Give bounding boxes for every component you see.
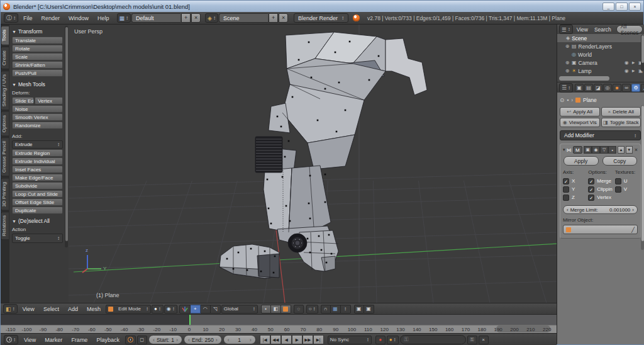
screen-layout-browse[interactable]: ▦ ↕ — [117, 13, 131, 23]
tab-constraints-icon[interactable]: ∞ — [622, 84, 631, 92]
clippin-checkbox[interactable]: ✓ — [588, 186, 594, 193]
vertex-select-mode-button[interactable]: ▪ — [261, 305, 271, 314]
title-bar[interactable]: Blender* [C:\Users\Crimmson\Desktop\mech… — [1, 1, 643, 12]
vertex-checkbox[interactable]: ✓ — [588, 195, 594, 201]
decrement-icon[interactable]: ‹ — [153, 337, 155, 343]
expander-icon[interactable]: ⊕ — [565, 60, 570, 65]
mode-select[interactable]: Edit Mode ↕ — [106, 305, 151, 314]
add-layout-button[interactable]: + — [181, 13, 191, 23]
editor-type-timeline[interactable]: ↕ — [4, 335, 18, 344]
extrude-menu[interactable]: Extrude ↕ — [12, 140, 63, 149]
render-toggle[interactable]: ▣ — [584, 146, 592, 154]
tab-grease-pencil[interactable]: Grease Pencil — [1, 137, 9, 176]
manipulator-axes-icon[interactable] — [179, 305, 191, 314]
tool-shelf-scrollbar[interactable] — [65, 26, 68, 247]
offset-edge-slide-button[interactable]: Offset Edge Slide — [12, 198, 63, 206]
menu-select[interactable]: Select — [39, 306, 64, 312]
eyedropper-icon[interactable]: ╱ — [631, 227, 635, 233]
outliner-item-camera[interactable]: ⊕▣Camera◉►▣ — [557, 59, 644, 67]
pin-icon[interactable]: ⊙ — [560, 97, 564, 103]
close-button[interactable]: × — [629, 3, 641, 11]
jump-to-start-button[interactable]: |◀ — [260, 335, 270, 344]
extrude-region-button[interactable]: Extrude Region — [12, 149, 63, 157]
maximize-button[interactable]: □ — [616, 3, 628, 11]
editor-type-3dview[interactable]: ◧ ↕ — [3, 304, 18, 314]
menu-add[interactable]: Add — [64, 306, 82, 312]
decrement-icon[interactable]: ‹ — [567, 207, 569, 213]
menu-view[interactable]: View — [18, 306, 39, 312]
modifier-copy-button[interactable]: Copy — [602, 156, 638, 166]
scale-button[interactable]: Scale — [12, 53, 63, 60]
tab-shading-uvs[interactable]: Shading / UVs — [1, 71, 9, 110]
tab-object-data-icon[interactable]: △ — [641, 84, 644, 92]
tab-render-layers-icon[interactable]: ▤ — [584, 84, 593, 92]
tab-scene-icon[interactable]: ◪ — [594, 84, 602, 92]
menu-frame[interactable]: Frame — [67, 337, 92, 343]
eye-icon[interactable]: ◉ — [625, 68, 629, 74]
increment-icon[interactable]: › — [250, 337, 252, 343]
outliner-display-filter[interactable]: All Scenes — [616, 25, 643, 33]
inset-faces-button[interactable]: Inset Faces — [12, 166, 63, 173]
expander-icon[interactable]: ⊕ — [565, 43, 570, 49]
tab-object-icon[interactable]: ■ — [613, 84, 621, 92]
translate-manipulator-button[interactable]: + — [191, 305, 201, 314]
jump-to-end-button[interactable]: ▶| — [313, 335, 324, 344]
decrement-icon[interactable]: ‹ — [188, 337, 190, 343]
outliner-editor[interactable]: ☰ ↕ ViewSearch All Scenes ◈Scene⊕▤Render… — [557, 25, 644, 82]
menu-help[interactable]: Help — [93, 15, 114, 21]
screen-layout-name[interactable]: Default — [131, 13, 180, 23]
menu-marker[interactable]: Marker — [40, 337, 67, 343]
mirror-object-field[interactable]: ╱ — [563, 225, 638, 234]
scale-manipulator-button[interactable]: ◹ — [211, 305, 221, 314]
merge-limit-slider[interactable]: ‹ Merge Limit: 0.001000 › — [563, 205, 638, 214]
expander-icon[interactable]: ⊕ — [565, 68, 570, 74]
delete-layout-button[interactable]: × — [191, 13, 201, 23]
preview-range-button[interactable] — [125, 336, 136, 344]
delete-scene-button[interactable]: × — [279, 13, 288, 23]
breadcrumb-object-name[interactable]: Plane — [583, 97, 597, 103]
vertex-button[interactable]: Vertex — [35, 97, 63, 105]
menu-search[interactable]: Search — [591, 26, 614, 33]
lock-time-cursor-button[interactable]: ◻ — [137, 336, 147, 344]
merge-checkbox[interactable]: ✓ — [588, 178, 594, 184]
panel-transform-header[interactable]: ▼Transform — [12, 28, 63, 35]
frame-start-field[interactable]: ‹ Start:1 › — [148, 335, 182, 344]
rotate-button[interactable]: Rotate — [12, 45, 63, 52]
editor-type-properties[interactable]: ☰ ↕ — [559, 83, 573, 93]
panel-deselect-header[interactable]: ▼(De)select All — [12, 218, 63, 224]
show-viewport-toggle[interactable]: ◉ — [592, 146, 600, 154]
snap-toggle-button[interactable]: ∩ — [321, 305, 331, 314]
outliner-item-renderlayers[interactable]: ⊕▤RenderLayers — [557, 42, 644, 50]
menu-render[interactable]: Render — [37, 15, 65, 21]
modifier-name-field[interactable]: M — [573, 146, 583, 154]
show-edit-toggle[interactable]: ▽ — [600, 146, 608, 154]
toggle-stack-button[interactable]: ◨Toggle Stack — [601, 118, 641, 127]
keying-set-dot-select[interactable]: ● ↕ — [387, 336, 399, 344]
3d-viewport[interactable]: User Persp z Y (1) Plane — [69, 25, 557, 303]
outliner-item-world[interactable]: ◎World — [557, 50, 644, 59]
menu-window[interactable]: Window — [64, 15, 93, 21]
tab-tools[interactable]: Tools — [1, 26, 9, 45]
tab-create[interactable]: Create — [1, 47, 9, 69]
delete-keyframe-button[interactable]: × — [479, 336, 489, 344]
snap-element-button[interactable]: ▦ — [331, 305, 341, 314]
add-modifier-select[interactable]: Add Modifier ↕ — [560, 130, 641, 140]
eye-icon[interactable]: ◉ — [625, 60, 629, 65]
current-frame-field[interactable]: ‹ 1 › — [223, 335, 256, 344]
tab-render-icon[interactable]: ▣ — [575, 84, 584, 92]
outliner-vscrollbar[interactable] — [641, 35, 644, 71]
push-pull-button[interactable]: Push/Pull — [12, 69, 63, 77]
auto-keyframe-button[interactable]: ● — [375, 336, 386, 344]
menu-file[interactable]: File — [19, 15, 37, 21]
increment-icon[interactable]: › — [216, 337, 218, 343]
transform-orientation-select[interactable]: Global ↕ — [221, 305, 258, 314]
v-checkbox[interactable] — [615, 186, 621, 193]
prev-keyframe-button[interactable]: ◀◀ — [270, 335, 281, 344]
pivot-point-select[interactable]: ◉ ↕ — [164, 305, 177, 314]
edge-select-mode-button[interactable]: ◧ — [271, 305, 281, 314]
menu-playback[interactable]: Playback — [92, 337, 124, 343]
sync-mode-select[interactable]: No Sync ↕ — [328, 336, 372, 344]
slide-ed-button[interactable]: Slide Ed — [12, 97, 34, 105]
delete-all-button[interactable]: ×Delete All — [601, 107, 641, 116]
viewport-shading-select[interactable]: ● ↕ — [152, 305, 164, 314]
